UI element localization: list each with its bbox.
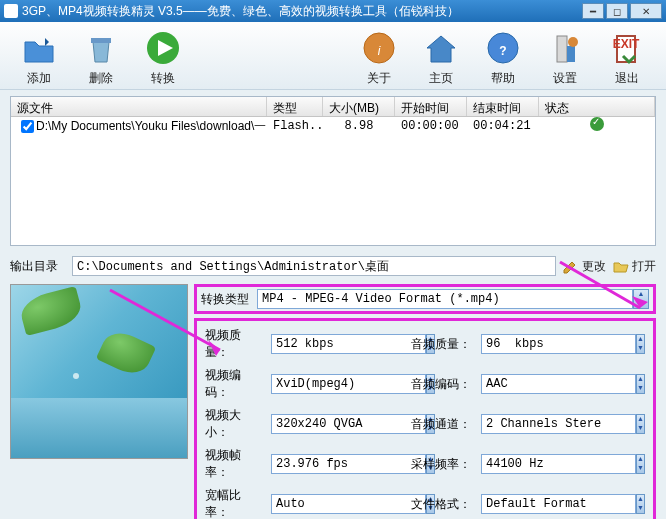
settings-icon: [545, 28, 585, 68]
col-status[interactable]: 状态: [539, 97, 655, 116]
help-button[interactable]: ? 帮助: [472, 28, 534, 87]
format-select[interactable]: [257, 289, 633, 309]
outdir-label: 输出目录: [10, 258, 72, 275]
video-fps-input[interactable]: [271, 454, 426, 474]
col-source[interactable]: 源文件: [11, 97, 267, 116]
svg-point-8: [568, 37, 578, 47]
aspect-input[interactable]: [271, 494, 426, 514]
svg-text:?: ?: [499, 44, 506, 58]
info-icon: i: [359, 28, 399, 68]
audio-quality-input[interactable]: [481, 334, 636, 354]
folder-add-icon: [19, 28, 59, 68]
svg-rect-6: [557, 36, 567, 62]
col-end[interactable]: 结束时间: [467, 97, 539, 116]
titlebar: 3GP、MP4视频转换精灵 V3.5——免费、绿色、高效的视频转换工具（佰锐科技…: [0, 0, 666, 22]
svg-text:EXIT: EXIT: [613, 37, 640, 51]
home-button[interactable]: 主页: [410, 28, 472, 87]
status-complete-icon: [590, 117, 604, 131]
file-table: 源文件 类型 大小(MB) 开始时间 结束时间 状态 D:\My Documen…: [10, 96, 656, 246]
add-button[interactable]: 添加: [8, 28, 70, 87]
audio-channels-input[interactable]: [481, 414, 636, 434]
file-format-input[interactable]: [481, 494, 636, 514]
format-label: 转换类型: [201, 291, 257, 308]
preview-image: [10, 284, 188, 459]
col-size[interactable]: 大小(MB): [323, 97, 395, 116]
table-row[interactable]: D:\My Documents\Youku Files\download\一..…: [11, 117, 655, 135]
open-dir-button[interactable]: 打开: [612, 258, 656, 275]
maximize-button[interactable]: ◻: [606, 3, 628, 19]
main-toolbar: 添加 删除 转换 i 关于 主页 ? 帮助 设置 EXIT 退出: [0, 22, 666, 90]
sample-rate-input[interactable]: [481, 454, 636, 474]
audio-codec-input[interactable]: [481, 374, 636, 394]
window-title: 3GP、MP4视频转换精灵 V3.5——免费、绿色、高效的视频转换工具（佰锐科技…: [22, 3, 580, 20]
convert-button[interactable]: 转换: [132, 28, 194, 87]
spinner[interactable]: ▲▼: [636, 494, 645, 514]
close-button[interactable]: ✕: [630, 3, 662, 19]
delete-button[interactable]: 删除: [70, 28, 132, 87]
spinner[interactable]: ▲▼: [636, 334, 645, 354]
pencil-icon: [562, 258, 580, 274]
video-codec-input[interactable]: [271, 374, 426, 394]
video-size-input[interactable]: [271, 414, 426, 434]
change-dir-button[interactable]: 更改: [562, 258, 606, 275]
trash-icon: [81, 28, 121, 68]
col-type[interactable]: 类型: [267, 97, 323, 116]
format-spinner[interactable]: ▲▼: [633, 289, 649, 309]
spinner[interactable]: ▲▼: [636, 374, 645, 394]
help-icon: ?: [483, 28, 523, 68]
about-button[interactable]: i 关于: [348, 28, 410, 87]
video-quality-input[interactable]: [271, 334, 426, 354]
row-checkbox[interactable]: [21, 120, 34, 133]
minimize-button[interactable]: ━: [582, 3, 604, 19]
settings-button[interactable]: 设置: [534, 28, 596, 87]
folder-open-icon: [612, 258, 630, 274]
home-icon: [421, 28, 461, 68]
svg-rect-0: [91, 38, 111, 43]
svg-rect-7: [567, 46, 575, 62]
exit-button[interactable]: EXIT 退出: [596, 28, 658, 87]
exit-icon: EXIT: [607, 28, 647, 68]
outdir-input[interactable]: [72, 256, 556, 276]
svg-text:i: i: [378, 44, 381, 58]
spinner[interactable]: ▲▼: [636, 414, 645, 434]
col-start[interactable]: 开始时间: [395, 97, 467, 116]
parameters-panel: 视频质量： ▲▼ 音频质量： ▲▼ 视频编码： ▲▼ 音频编码： ▲▼ 视频大小…: [194, 318, 656, 519]
play-icon: [143, 28, 183, 68]
spinner[interactable]: ▲▼: [636, 454, 645, 474]
